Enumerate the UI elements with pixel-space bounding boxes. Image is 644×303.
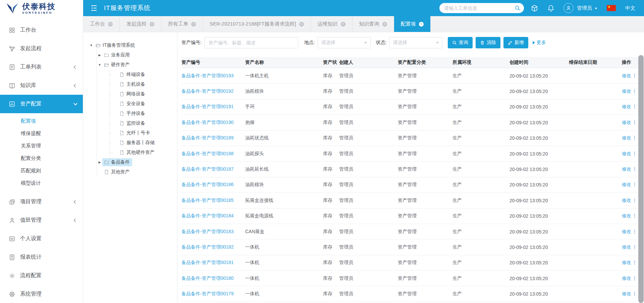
tree-node[interactable]: 其他资产 (102, 168, 132, 176)
scrap-link-clipped[interactable]: 报废 (634, 182, 635, 188)
sidebar-subitem[interactable]: 配置分类 (0, 152, 83, 164)
tree-caret-down-icon[interactable]: ▼ (89, 44, 94, 47)
more-link[interactable]: 更多 (533, 40, 546, 46)
sidebar-item-5[interactable]: 资产配置 (0, 95, 83, 113)
scrap-link-clipped[interactable]: 报废 (634, 275, 635, 282)
collapse-menu-icon[interactable] (90, 4, 98, 12)
clear-button[interactable]: 清除 (476, 37, 500, 48)
tree-node[interactable]: 主机设备 (118, 80, 148, 88)
tab-close-icon[interactable]: × (341, 22, 345, 27)
tree-node[interactable]: 监控设备 (118, 119, 148, 127)
scrap-link-clipped[interactable]: 报废 (634, 104, 635, 110)
tab-close-icon[interactable]: × (299, 22, 304, 27)
sidebar-subitem[interactable]: 配置项 (0, 115, 83, 127)
asset-id-link[interactable]: 备品备件-资产管理00183 (181, 229, 234, 234)
scrap-link-clipped[interactable]: 报废 (634, 229, 635, 235)
modify-link[interactable]: 修改 (622, 229, 631, 235)
sidebar-item-4[interactable]: 知识库 (0, 76, 83, 95)
modify-link[interactable]: 修改 (622, 166, 631, 172)
username-label[interactable]: 管理员 (577, 5, 592, 11)
tab-item[interactable]: 工作台× (83, 16, 120, 32)
modify-link[interactable]: 修改 (622, 198, 631, 204)
tree-node[interactable]: 安全设备 (118, 100, 148, 108)
modify-link[interactable]: 修改 (622, 275, 631, 282)
search-button[interactable]: 查询 (448, 37, 473, 48)
tree-node[interactable]: 硬件资产 (102, 61, 132, 69)
tab-item[interactable]: 运维知识× (311, 16, 353, 32)
tree-node[interactable]: 光纤丨号卡 (118, 129, 152, 137)
scrap-link-clipped[interactable]: 报废 (634, 213, 635, 219)
scrap-link-clipped[interactable]: 报废 (634, 244, 635, 250)
sidebar-subitem[interactable]: 匹配规则 (0, 164, 83, 177)
asset-id-link[interactable]: 备品备件-资产管理00185 (181, 198, 234, 203)
sidebar-subitem[interactable]: 关系管理 (0, 139, 83, 152)
asset-id-link[interactable]: 备品备件-资产管理00179 (181, 291, 234, 296)
modify-link[interactable]: 修改 (622, 120, 631, 126)
tree-node[interactable]: 服务器丨存储 (118, 139, 157, 147)
tree-node[interactable]: 手持设备 (118, 110, 148, 118)
asset-id-link[interactable]: 备品备件-资产管理00193 (181, 73, 234, 78)
modify-link[interactable]: 修改 (622, 291, 631, 297)
asset-id-link[interactable]: 备品备件-资产管理00187 (181, 166, 234, 172)
modify-link[interactable]: 修改 (622, 213, 631, 219)
asset-id-link[interactable]: 备品备件-资产管理00186 (181, 182, 234, 187)
sidebar-item-3[interactable]: 工单列表 (0, 58, 83, 76)
sidebar-item-9[interactable]: 报表统计 (0, 248, 83, 266)
tree-node[interactable]: 备品备件 (102, 158, 132, 166)
modify-link[interactable]: 修改 (622, 151, 631, 157)
scrap-link-clipped[interactable]: 报废 (634, 120, 635, 126)
user-avatar-icon[interactable] (564, 3, 574, 13)
tab-item[interactable]: SER-20210713-2188[FT服务请求流程]× (203, 16, 311, 32)
scrap-link-clipped[interactable]: 报废 (634, 166, 635, 172)
sidebar-item-7[interactable]: 值班管理 (0, 211, 83, 229)
tab-close-icon[interactable]: × (419, 22, 424, 27)
sidebar-subitem[interactable]: 模型设计 (0, 177, 83, 189)
tree-caret-right-icon[interactable]: ▶ (97, 161, 102, 164)
modify-link[interactable]: 修改 (622, 104, 631, 110)
sidebar-item-6[interactable]: 项目管理 (0, 192, 83, 211)
asset-id-link[interactable]: 备品备件-资产管理00189 (181, 135, 234, 140)
sidebar-item-11[interactable]: 系统管理 (0, 285, 83, 303)
tree-node[interactable]: 其他硬件资产 (118, 148, 157, 157)
sidebar-item-10[interactable]: 流程配置 (0, 266, 83, 285)
tab-item[interactable]: 知识查询× (353, 16, 394, 32)
status-select[interactable]: 请选择 (389, 37, 442, 48)
sidebar-subitem[interactable]: 维保提醒 (0, 127, 83, 139)
scrap-link-clipped[interactable]: 报废 (634, 88, 635, 94)
tab-item[interactable]: 发起流程× (120, 16, 161, 32)
asset-id-link[interactable]: 备品备件-资产管理00182 (181, 244, 234, 250)
modify-link[interactable]: 修改 (622, 260, 631, 266)
tab-close-icon[interactable]: × (108, 22, 113, 27)
add-button[interactable]: 新增 (503, 37, 528, 48)
asset-id-link[interactable]: 备品备件-资产管理00188 (181, 151, 234, 156)
asset-no-input[interactable] (204, 37, 298, 48)
scrap-link-clipped[interactable]: 报废 (634, 291, 635, 297)
sidebar-item-8[interactable]: 个人设置 (0, 229, 83, 248)
asset-id-link[interactable]: 备品备件-资产管理00190 (181, 120, 234, 125)
location-select[interactable]: 请选择 (318, 37, 371, 48)
asset-id-link[interactable]: 备品备件-资产管理00184 (181, 213, 234, 218)
asset-id-link[interactable]: 备品备件-资产管理00180 (181, 275, 234, 281)
modify-link[interactable]: 修改 (622, 244, 631, 250)
modify-link[interactable]: 修改 (622, 73, 631, 79)
modify-link[interactable]: 修改 (622, 135, 631, 141)
chevron-down-icon[interactable] (595, 8, 597, 9)
sidebar-item-1[interactable]: 工作台 (0, 21, 83, 39)
tree-node[interactable]: 终端设备 (118, 71, 148, 79)
tree-caret-down-icon[interactable]: ▼ (97, 63, 102, 67)
search-icon[interactable] (515, 5, 521, 11)
tab-item[interactable]: 所有工单× (161, 16, 203, 32)
tab-close-icon[interactable]: × (191, 22, 196, 27)
bell-icon[interactable] (547, 4, 555, 12)
tree-node[interactable]: 网络设备 (118, 90, 148, 98)
modify-link[interactable]: 修改 (622, 182, 631, 188)
tree-node[interactable]: IT服务管理系统 (94, 41, 137, 49)
modify-link[interactable]: 修改 (622, 88, 631, 94)
asset-id-link[interactable]: 备品备件-资产管理00191 (181, 104, 234, 109)
language-switch[interactable]: 中文 (625, 5, 635, 11)
tab-close-icon[interactable]: × (150, 22, 154, 27)
package-cube-icon[interactable] (531, 4, 538, 12)
scrap-link-clipped[interactable]: 报废 (634, 73, 635, 79)
asset-id-link[interactable]: 备品备件-资产管理00192 (181, 88, 234, 94)
scrap-link-clipped[interactable]: 报废 (634, 151, 635, 157)
